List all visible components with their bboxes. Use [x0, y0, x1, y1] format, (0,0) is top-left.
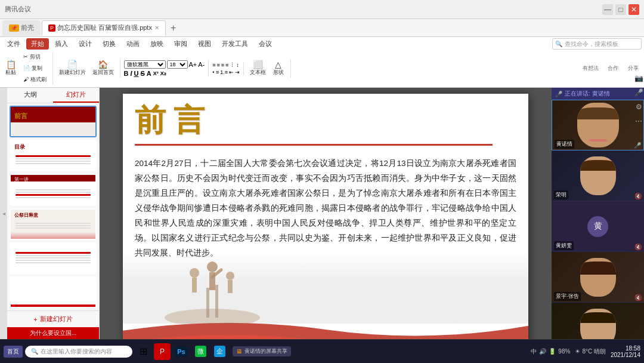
- slide-thumb-2[interactable]: 2 目录: [10, 140, 97, 171]
- slide-canvas[interactable]: 前 言 2014年2月27日，十二届全国人大常委会第七次会议通过决定，将12月1…: [100, 88, 552, 339]
- participant-3-name: 黄妍雯: [554, 241, 574, 250]
- time-label: 18:58: [611, 345, 640, 352]
- align-left-btn[interactable]: ≡: [212, 62, 215, 68]
- ribbon-tab-insert[interactable]: 插入: [50, 38, 73, 50]
- taskbar-wechat-btn[interactable]: 微: [192, 343, 209, 360]
- columns-btn[interactable]: ⋮: [230, 62, 235, 68]
- tab-close-icon[interactable]: ✕: [154, 24, 159, 31]
- add-slide-btn[interactable]: + 新建幻灯片: [7, 310, 99, 327]
- ribbon-tab-meeting[interactable]: 会议: [254, 38, 277, 50]
- smart-art-btn[interactable]: 有想法: [580, 63, 601, 73]
- ribbon-tab-devtools[interactable]: 开发工具: [217, 38, 253, 50]
- mic-off-2: 🔇: [634, 193, 642, 199]
- battery-pct: 98%: [558, 348, 570, 355]
- format-painter-btn[interactable]: 🖌 格式刷: [21, 75, 49, 85]
- ribbon: 文件 开始 插入 设计 切换 动画 放映 审阅 视图 开发工具 会议 🔍 查找命…: [0, 37, 644, 88]
- subscript-btn[interactable]: X₂: [160, 70, 166, 76]
- main-content: ◂ 大纲 幻灯片 1 前言: [0, 88, 644, 339]
- battery-tray-icon[interactable]: 🔋: [549, 348, 556, 355]
- taskbar-ps-btn[interactable]: Ps: [173, 343, 190, 360]
- ribbon-tab-home[interactable]: 开始: [26, 38, 49, 50]
- paste-btn[interactable]: 📋 粘贴: [2, 59, 19, 78]
- copy-btn[interactable]: 📄 复制: [21, 63, 49, 73]
- title-bar: 腾讯会议 — □ ✕: [0, 0, 644, 19]
- slides-tab[interactable]: 幻灯片: [53, 88, 99, 103]
- shadow-btn[interactable]: A: [147, 70, 151, 77]
- bold-btn[interactable]: B: [124, 70, 129, 77]
- ribbon-tab-review[interactable]: 审阅: [169, 38, 192, 50]
- sidebar-collapse-handle[interactable]: ◂: [0, 88, 7, 339]
- tab-qianke[interactable]: 📌 前壳: [2, 20, 41, 36]
- indent-increase-btn[interactable]: ⇥: [235, 69, 240, 75]
- participant-huangyanwen[interactable]: 黄 黄妍雯 🔇: [552, 201, 644, 252]
- volume-tray-icon[interactable]: 🔊: [539, 348, 546, 355]
- new-slide-label: 新建幻灯片: [59, 69, 86, 76]
- sidebar-tab-bar: 大纲 幻灯片: [7, 88, 99, 103]
- numbered-list-btn[interactable]: 1.≡: [220, 69, 228, 75]
- ribbon-tab-transition[interactable]: 切换: [98, 38, 120, 50]
- ribbon-tab-file[interactable]: 文件: [2, 38, 25, 50]
- font-group: 微软雅黑 18 A+ A- B I U S A X² X₂: [124, 60, 209, 77]
- slide-preview-5: [11, 244, 95, 274]
- font-grow-btn[interactable]: A+: [189, 61, 197, 68]
- outline-tab[interactable]: 大纲: [7, 88, 53, 103]
- ribbon-tab-slideshow[interactable]: 放映: [145, 38, 168, 50]
- collaborate-btn[interactable]: 合作: [605, 63, 621, 73]
- settings-icon[interactable]: ⚙: [636, 103, 642, 111]
- right-toolbar: 有想法 合作 分享: [580, 63, 642, 73]
- indent-decrease-btn[interactable]: ⇤: [229, 69, 234, 75]
- font-family-select[interactable]: 微软雅黑: [124, 60, 166, 69]
- slide-thumb-4[interactable]: 4 公祭日释意: [10, 208, 97, 240]
- close-btn[interactable]: ✕: [628, 4, 639, 15]
- ribbon-tab-view[interactable]: 视图: [193, 38, 216, 50]
- slide-thumb-3[interactable]: 3 第一讲: [10, 174, 97, 205]
- ribbon-search[interactable]: 🔍 查找命令，搜索模板: [552, 38, 642, 50]
- slide-thumb-5[interactable]: 5: [10, 242, 97, 274]
- bullet-list-btn[interactable]: • ≡: [212, 69, 219, 75]
- italic-btn[interactable]: I: [130, 70, 132, 77]
- participant-rongming[interactable]: 荣明 🔇: [552, 150, 644, 201]
- slide-preview-1: 前言: [11, 107, 95, 137]
- home-btn[interactable]: 🏠 返回首页: [90, 59, 116, 78]
- maximize-btn[interactable]: □: [615, 4, 626, 15]
- participant-jingyu[interactable]: 景宇·张告 🔇: [552, 252, 644, 303]
- line-spacing-btn[interactable]: ↕: [236, 62, 239, 68]
- tab-pptx[interactable]: P 勿忘历史国耻 百黛誓应自强.pptx ✕: [42, 20, 166, 36]
- align-center-btn[interactable]: ≡: [217, 62, 220, 68]
- new-slide-icon: 📄: [67, 60, 78, 69]
- add-tab-btn[interactable]: +: [167, 23, 179, 33]
- taskbar-explorer-btn[interactable]: P: [154, 343, 171, 360]
- slide-thumb-6[interactable]: 6 为什么要设立国...: [10, 276, 97, 308]
- strikethrough-btn[interactable]: S: [140, 70, 144, 77]
- search-icon: 🔍: [555, 41, 562, 47]
- underline-btn[interactable]: U: [134, 70, 139, 77]
- taskbar-right: 中 🔊 🔋 98% ☀ 8°C 晴朗 18:58 2021/12/14: [531, 345, 640, 358]
- svg-rect-9: [228, 280, 233, 293]
- participant-zhanglixi[interactable]: 张李欣 🔇: [552, 303, 644, 339]
- taskbar-search[interactable]: 🔍 在这里输入你要搜索的内容: [25, 346, 132, 358]
- home-label: 返回首页: [92, 69, 114, 76]
- network-tray-icon[interactable]: 中: [531, 347, 537, 356]
- textbox-btn[interactable]: ⬜ 文本框: [247, 59, 268, 78]
- font-size-select[interactable]: 18: [167, 60, 188, 69]
- participant-huangnuoqing[interactable]: 黄诺情 🎤: [552, 100, 644, 150]
- weather-icon: ☀: [575, 348, 580, 355]
- new-slide-btn[interactable]: 📄 新建幻灯片: [57, 59, 88, 78]
- font-shrink-btn[interactable]: A-: [198, 61, 205, 68]
- shape-btn[interactable]: △ 形状: [270, 59, 287, 78]
- start-btn[interactable]: 首页: [4, 346, 23, 358]
- ribbon-tab-animation[interactable]: 动画: [122, 38, 144, 50]
- taskbar-qq-btn[interactable]: 企: [211, 343, 228, 360]
- cut-btn[interactable]: ✂ 剪切: [21, 52, 49, 62]
- slide-thumb-1[interactable]: 1 前言: [10, 106, 97, 137]
- more-icon[interactable]: ⋯: [635, 117, 642, 125]
- taskbar-windows-btn[interactable]: ⊞: [135, 343, 151, 360]
- superscript-btn[interactable]: X²: [153, 70, 159, 76]
- justify-btn[interactable]: ≡: [225, 62, 228, 68]
- ribbon-tab-design[interactable]: 设计: [74, 38, 97, 50]
- shape-icon: △: [275, 60, 281, 69]
- align-right-btn[interactable]: ≡: [221, 62, 224, 68]
- minimize-btn[interactable]: —: [602, 4, 613, 15]
- mic-icon[interactable]: 🎤: [634, 88, 643, 97]
- slide-title-area: 前 言: [135, 100, 493, 146]
